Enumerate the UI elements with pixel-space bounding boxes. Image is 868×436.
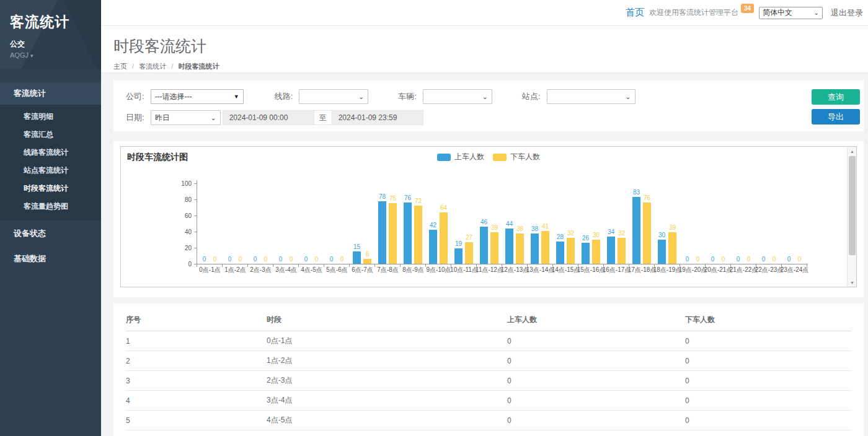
table-cell: 0 <box>685 371 851 391</box>
station-label: 站点: <box>522 91 541 102</box>
col-header-period: 时段 <box>267 310 507 331</box>
scrollbar-down-icon[interactable]: ▼ <box>848 278 857 287</box>
bar-group: 0022点-23点 <box>756 180 782 264</box>
date-preset-select[interactable]: 昨日 ⌄ <box>151 110 221 125</box>
sidebar-section-passenger-stats[interactable]: 客流统计 <box>0 82 101 105</box>
table-cell: 3点-4点 <box>267 391 507 411</box>
x-tick-label: 5点-6点 <box>326 266 347 274</box>
chart-legend: 上车人数 下车人数 <box>437 152 540 162</box>
station-select[interactable]: ⌄ <box>547 89 636 104</box>
company-select[interactable]: ---请选择--- ▼ <box>151 89 244 104</box>
line-select[interactable]: ⌄ <box>299 89 368 104</box>
bar-group: 005点-6点 <box>324 180 350 264</box>
x-tick-label: 6点-7点 <box>352 266 373 274</box>
table-cell: 0 <box>507 371 685 391</box>
table-cell: 0 <box>685 430 851 436</box>
y-tick-label: 80 <box>127 196 192 203</box>
date-to-input[interactable] <box>332 110 423 125</box>
table-cell: 0 <box>507 391 685 411</box>
legend-item-alighting[interactable]: 下车人数 <box>493 152 540 162</box>
legend-label-boarding: 上车人数 <box>454 152 484 162</box>
date-from-input[interactable] <box>223 110 314 125</box>
breadcrumb-home[interactable]: 主页 <box>113 63 127 70</box>
bar-value-label: 41 <box>536 223 555 230</box>
bar-group: 0020点-21点 <box>706 180 731 264</box>
y-tick <box>194 199 197 200</box>
chart-box: 时段车流统计图 上车人数 下车人数 020406080100000点-1点001… <box>120 146 857 287</box>
x-tick <box>273 264 273 267</box>
table-row: 21点-2点00 <box>126 351 851 371</box>
sidebar-item[interactable]: 设备状态 <box>0 221 101 246</box>
table-cell: 1点-2点 <box>267 351 507 371</box>
bar-boarding <box>582 243 590 264</box>
sidebar-subitem[interactable]: 站点客流统计 <box>0 162 101 180</box>
sidebar-subitem[interactable]: 时段客流统计 <box>0 180 101 198</box>
bar-group: 002点-3点 <box>248 180 273 264</box>
org-name: 公交 <box>10 39 91 50</box>
table-cell: 1 <box>126 331 267 351</box>
y-tick-label: 60 <box>127 212 192 219</box>
chart-plot: 020406080100000点-1点001点-2点002点-3点003点-4点… <box>127 168 840 281</box>
table-header-row: 序号 时段 上车人数 下车人数 <box>126 310 851 331</box>
bar-group: 000点-1点 <box>197 180 223 264</box>
table-cell: 0 <box>685 411 851 430</box>
chevron-down-icon: ⌄ <box>482 94 488 99</box>
bar-group: 283214点-15点 <box>553 180 578 264</box>
x-tick-label: 9点-10点 <box>426 266 451 274</box>
bar-group: 837617点-18点 <box>629 180 655 264</box>
table-cell: 0 <box>685 391 851 411</box>
logout-link[interactable]: 退出登录 <box>831 7 863 19</box>
breadcrumb-section[interactable]: 客流统计 <box>139 63 166 70</box>
x-tick-label: 3点-4点 <box>275 266 296 274</box>
legend-item-boarding[interactable]: 上车人数 <box>437 152 484 162</box>
filter-row-2: 日期: 昨日 ⌄ 至 <box>126 110 851 125</box>
table-cell: 0 <box>507 411 685 430</box>
scrollbar-thumb[interactable] <box>849 156 856 255</box>
topbar: 首页 欢迎使用客流统计管理平台 34 简体中文 ⌄ 退出登录 <box>101 0 868 26</box>
bar-value-label: 64 <box>435 204 453 211</box>
bar-boarding <box>480 227 488 264</box>
page-header: 时段客流统计 主页 / 客流统计 / 时段客流统计 <box>101 26 868 73</box>
export-button[interactable]: 导出 <box>812 109 860 124</box>
bar-group: 443812点-13点 <box>502 180 528 264</box>
org-code-dropdown[interactable]: AQGJ▾ <box>10 51 91 59</box>
legend-swatch-boarding <box>437 154 451 161</box>
sidebar-subitem[interactable]: 客流明细 <box>0 108 101 126</box>
bar-group: 463911点-12点 <box>477 180 502 264</box>
bar-group: 0023点-24点 <box>782 180 807 264</box>
chevron-down-icon: ⌄ <box>814 9 819 16</box>
x-tick-label: 8点-9点 <box>402 266 423 274</box>
query-button[interactable]: 查询 <box>812 89 860 105</box>
legend-swatch-alighting <box>493 154 507 161</box>
sidebar-item[interactable]: 基础数据 <box>0 246 101 271</box>
bar-boarding <box>429 230 437 264</box>
table-row: 32点-3点00 <box>126 371 851 391</box>
table-row: 10点-1点00 <box>126 331 851 351</box>
sidebar-subitem[interactable]: 客流汇总 <box>0 126 101 144</box>
filter-row-1: 公司: ---请选择--- ▼ 线路: ⌄ 车辆: ⌄ 站点: <box>126 89 851 104</box>
notification-badge[interactable]: 34 <box>741 4 754 13</box>
bar-group: 384113点-14点 <box>528 180 553 264</box>
home-link[interactable]: 首页 <box>626 7 644 19</box>
vehicle-select[interactable]: ⌄ <box>423 89 492 104</box>
table-cell: 0 <box>507 430 685 436</box>
scrollbar-up-icon[interactable]: ▲ <box>848 147 857 155</box>
sidebar-subitem[interactable]: 客流量趋势图 <box>0 198 101 216</box>
sidebar-subitem[interactable]: 线路客流统计 <box>0 144 101 162</box>
bar-group: 004点-5点 <box>299 180 324 264</box>
table-cell: 2点-3点 <box>267 371 507 391</box>
date-to-label: 至 <box>314 110 332 125</box>
language-select[interactable]: 简体中文 ⌄ <box>759 7 823 19</box>
x-tick-label: 1点-2点 <box>224 266 246 274</box>
table-cell: 2 <box>126 351 267 371</box>
legend-label-alighting: 下车人数 <box>510 152 540 162</box>
vehicle-label: 车辆: <box>398 91 417 102</box>
chart-panel: 时段车流统计图 上车人数 下车人数 020406080100000点-1点001… <box>113 141 864 297</box>
bar-value-label: 27 <box>460 234 479 241</box>
sidebar-logo-block: 客流统计 公交 AQGJ▾ <box>0 0 101 69</box>
chevron-down-icon: ⌄ <box>358 94 364 99</box>
bar-alighting <box>567 238 575 264</box>
x-tick-label: 7点-8点 <box>377 266 398 274</box>
table-cell: 0 <box>685 351 851 371</box>
page-title: 时段客流统计 <box>113 36 868 56</box>
